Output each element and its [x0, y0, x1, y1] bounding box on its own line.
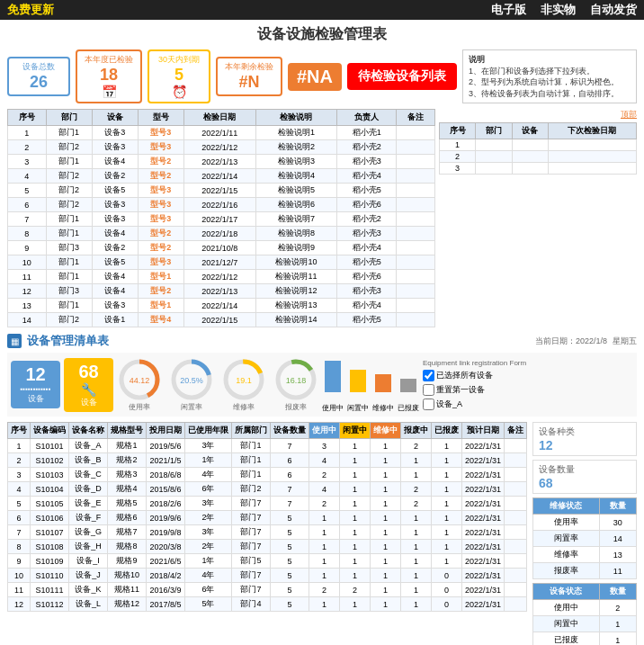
table-row: 1	[440, 139, 637, 151]
checkbox-reset[interactable]: 重置第一设备	[423, 384, 526, 396]
circle-label-1: 使用率	[117, 402, 162, 412]
circle-stat-4: 16.18 报废率	[273, 357, 318, 412]
mth-years: 已使用年限	[185, 423, 232, 439]
bar-idle: 闲置中	[347, 356, 369, 413]
table-row: 7部门1设备3型号32022/1/17检验说明7稻小壳2	[8, 212, 435, 227]
mini-count-value: 68	[539, 476, 631, 490]
clock-icon: ⏰	[172, 85, 187, 99]
stat-expiring-value: 5	[157, 66, 201, 85]
top-link[interactable]: 顶部	[621, 109, 637, 121]
table-row: 4部门2设备2型号22022/1/14检验说明4稻小壳4	[8, 169, 435, 184]
mth-model: 规格型号	[108, 423, 147, 439]
table-row: 2部门2设备3型号32022/1/12检验说明2稻小壳2	[8, 140, 435, 155]
bar-scrap-label: 已报废	[398, 403, 419, 413]
equipment-icon: 🔧	[71, 382, 106, 397]
bar-maint-svg	[373, 356, 393, 401]
list-item: 使用中2	[533, 600, 637, 616]
circle-stat-3: 19.1 维修率	[221, 357, 266, 412]
table-row: 2S10102设备_B规格22021/1/51年部门16411112022/1/…	[8, 453, 527, 468]
mth-using: 使用中	[309, 423, 340, 439]
tst-h2: 数量	[599, 498, 636, 515]
bar-using-label: 使用中	[322, 403, 344, 413]
stat-remaining-label: 本年剩余检验	[225, 61, 273, 73]
status-stat-table: 设备状态 数量 使用中2闲置中1已报废1	[532, 583, 637, 645]
table-row: 1部门1设备3型号32022/1/11检验说明1稻小壳1	[8, 126, 435, 140]
stat-expiring: 30天内到期 5 ⏰	[148, 49, 210, 103]
stat-inspected: 本年度已检验 18 📅	[76, 49, 142, 103]
table-row: 5部门2设备5型号32022/1/15检验说明5稻小壳5	[8, 184, 435, 198]
stat-remaining-value: #N	[225, 73, 273, 92]
svg-rect-15	[400, 379, 416, 392]
progress-circle-svg-3: 19.1	[221, 357, 266, 402]
current-weekday: 星期五	[613, 336, 637, 347]
stat-total: 设备总数 26	[7, 57, 70, 96]
mgmt-right: 设备种类 12 设备数量 68 维修状态 数量 使用率30闲置率14维修率13报…	[532, 422, 637, 645]
notes-box: 说明 1、在部门和设备列选择下拉列表。 2、型号列为系统自动计算，标识为橙色。 …	[462, 49, 637, 103]
notes-2: 2、型号列为系统自动计算，标识为橙色。	[469, 77, 619, 86]
section2-icon: ▦	[7, 334, 22, 348]
list-item: 闲置率14	[533, 531, 637, 547]
circle-stat-2: 20.5% 闲置率	[169, 357, 214, 412]
table-row: 2	[440, 151, 637, 163]
mini-type-label: 设备种类	[539, 426, 631, 438]
circle-label-2: 闲置率	[169, 402, 214, 412]
sst-h1: 设备状态	[533, 584, 600, 600]
mth-seq: 序号	[8, 423, 31, 439]
list-item: 已报废1	[533, 632, 637, 645]
stat-inspected-value: 18	[85, 66, 133, 85]
table-row: 9部门3设备2型号22021/10/8检验说明9稻小壳4	[8, 241, 435, 255]
dashboard-row: 12 ▪▪▪▪▪▪▪▪▪▪▪▪ 设备 68 🔧 设备 44.12 使用率	[7, 353, 637, 417]
th-note: 备注	[397, 110, 435, 126]
filter-options: Equipment link registration Form 已选择所有设备…	[423, 359, 526, 410]
dash-stat-devices: 12 ▪▪▪▪▪▪▪▪▪▪▪▪ 设备	[11, 361, 60, 408]
tst-h1: 维修状态	[533, 498, 600, 515]
bar-scrap: 已报废	[398, 356, 419, 413]
table-row: 12部门3设备4型号22022/1/13检验说明12稻小壳3	[8, 284, 435, 299]
pending-box: #NA	[288, 63, 342, 91]
section2-title: 设备管理清单表	[27, 333, 109, 349]
mgmt-table: 序号 设备编码 设备名称 规格型号 投用日期 已使用年限 所属部门 设备数量 使…	[7, 422, 527, 612]
table-row: 10部门1设备5型号32021/12/7检验说明10稻小壳5	[8, 255, 435, 270]
th-seq: 序号	[8, 110, 47, 126]
main-content: 设备设施检验管理表 设备总数 26 本年度已检验 18 📅 30天内到期 5 ⏰…	[0, 20, 644, 645]
mth-scrap1: 报废中	[401, 423, 432, 439]
table-row: 10S10110设备_J规格102018/4/24年部门75111102022/…	[8, 569, 527, 583]
waiting-button[interactable]: 待检验设备列表	[347, 63, 457, 90]
pending-na: #NA	[297, 67, 333, 87]
page-title: 设备设施检验管理表	[7, 25, 637, 44]
th-dept: 部门	[46, 110, 92, 126]
table-row: 4S10104设备_D规格42015/8/66年部门27411212022/1/…	[8, 482, 527, 497]
circle-label-3: 维修率	[221, 402, 266, 412]
svg-rect-14	[375, 374, 391, 392]
bar-chart: 使用中 闲置中 维修中 已报废	[322, 356, 419, 413]
mgmt-left: 序号 设备编码 设备名称 规格型号 投用日期 已使用年限 所属部门 设备数量 使…	[7, 422, 527, 645]
mini-stat-type: 设备种类 12	[532, 422, 637, 456]
current-date: 当前日期：2022/1/8	[535, 336, 607, 347]
banner-right-1: 电子版	[491, 2, 526, 18]
list-item: 闲置中1	[533, 616, 637, 632]
svg-text:19.1: 19.1	[236, 376, 252, 385]
mth-startdate: 投用日期	[147, 423, 185, 439]
list-item: 使用率30	[533, 515, 637, 531]
mth-notes: 备注	[505, 423, 527, 439]
table-row: 8S10108设备_H规格82020/3/82年部门75111112022/1/…	[8, 540, 527, 554]
pth-seq: 序号	[440, 123, 476, 139]
table-row: 12S10112设备_L规格122017/8/55年部门45111102022/…	[8, 597, 527, 612]
pth-equip: 设备	[512, 123, 548, 139]
stat-total-value: 26	[16, 73, 61, 92]
mth-qty: 设备数量	[271, 423, 309, 439]
th-model: 型号	[138, 110, 183, 126]
mini-type-value: 12	[539, 438, 631, 452]
pth-next-date: 下次检验日期	[548, 123, 636, 139]
checkbox-all[interactable]: 已选择所有设备	[423, 370, 526, 381]
progress-circle-svg-1: 44.12	[117, 357, 162, 402]
bar-using-svg	[323, 356, 343, 401]
dash-device-label: 设备	[18, 393, 53, 405]
table-row: 7S10107设备_G规格72019/9/83年部门75111112022/1/…	[8, 525, 527, 540]
mgmt-table-container: 序号 设备编码 设备名称 规格型号 投用日期 已使用年限 所属部门 设备数量 使…	[7, 422, 637, 645]
checkbox-device-a[interactable]: 设备_A	[423, 399, 526, 410]
th-person: 负责人	[337, 110, 397, 126]
dash-device-count: 12	[18, 364, 53, 385]
stat-expiring-label: 30天内到期	[157, 54, 201, 66]
pending-table-container: 顶部 序号 部门 设备 下次检验日期 1 2 3	[439, 109, 637, 327]
